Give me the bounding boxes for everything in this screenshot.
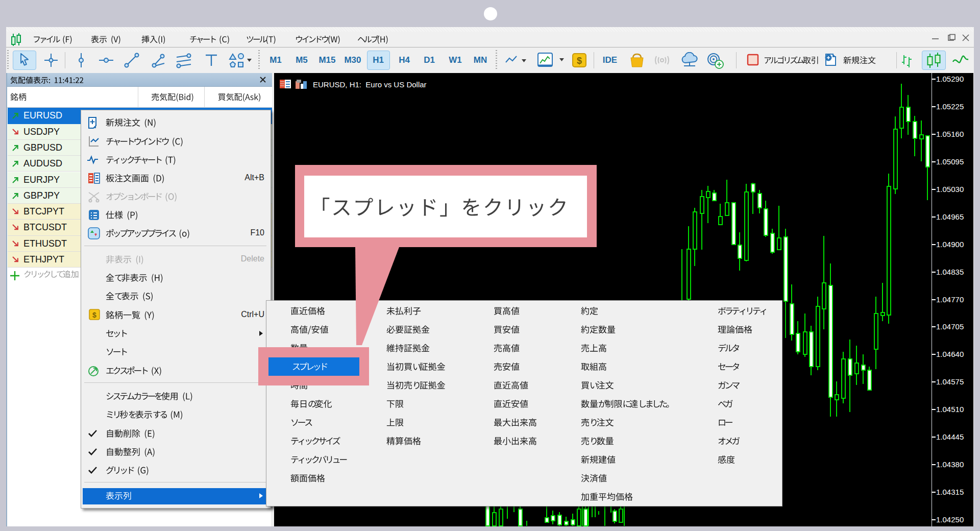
svg-text:$: $ (577, 56, 582, 66)
svg-text:$: $ (92, 311, 96, 319)
